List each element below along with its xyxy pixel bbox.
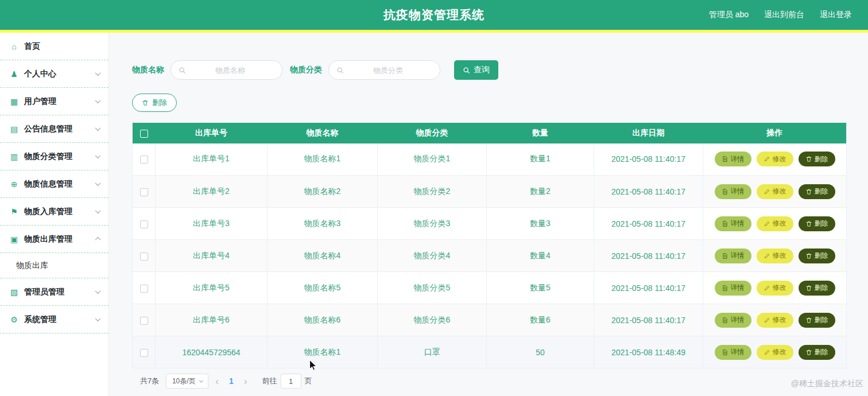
- column-header-code: 出库单号: [156, 123, 268, 143]
- cell-outbound-date: 2021-05-08 11:48:49: [594, 336, 703, 368]
- row-checkbox[interactable]: [140, 156, 148, 164]
- delete-button[interactable]: 删除: [799, 184, 835, 199]
- pencil-icon: [764, 188, 770, 195]
- detail-button[interactable]: 详情: [715, 152, 751, 166]
- table-row: 出库单号4 物质名称4 物质分类4 数量4 2021-05-08 11:40:1…: [133, 240, 847, 272]
- page-number[interactable]: 1: [226, 376, 237, 386]
- row-checkbox[interactable]: [140, 253, 148, 261]
- sidebar-subitem-material-outbound[interactable]: 物质出库: [0, 253, 108, 278]
- trash-icon: [805, 188, 812, 195]
- edit-button-label: 修改: [773, 187, 786, 196]
- edit-button[interactable]: 修改: [757, 313, 793, 328]
- chevron-icon: [95, 208, 101, 213]
- search-button[interactable]: 查询: [454, 60, 498, 80]
- edit-button-label: 修改: [773, 251, 786, 261]
- row-checkbox[interactable]: [140, 317, 148, 325]
- edit-button[interactable]: 修改: [757, 249, 793, 263]
- sidebar-item-material-inbound[interactable]: ⚑ 物质入库管理: [0, 198, 108, 226]
- detail-button[interactable]: 详情: [715, 216, 751, 231]
- sidebar-item-material-categories[interactable]: ▥ 物质分类管理: [0, 143, 108, 170]
- detail-button[interactable]: 详情: [715, 313, 751, 328]
- column-header-actions: 操作: [703, 123, 847, 143]
- delete-button-label: 删除: [815, 187, 828, 196]
- header-user[interactable]: 管理员 abo: [709, 10, 749, 20]
- goto-page-input[interactable]: [281, 374, 301, 389]
- header-actions: 管理员 abo 退出到前台 退出登录: [709, 10, 852, 20]
- material-name-input[interactable]: [186, 65, 274, 75]
- edit-button[interactable]: 修改: [757, 281, 793, 296]
- detail-button[interactable]: 详情: [715, 345, 751, 360]
- edit-button[interactable]: 修改: [757, 184, 793, 199]
- material-name-field[interactable]: [170, 60, 282, 80]
- delete-button[interactable]: 删除: [799, 152, 835, 166]
- sidebar-item-label: 物质分类管理: [24, 152, 96, 162]
- edit-button[interactable]: 修改: [757, 152, 793, 166]
- detail-button[interactable]: 详情: [715, 249, 751, 263]
- delete-button[interactable]: 删除: [799, 249, 835, 263]
- edit-button[interactable]: 修改: [757, 216, 793, 231]
- logout-link[interactable]: 退出登录: [820, 10, 852, 20]
- chevron-icon: [95, 180, 101, 186]
- material-category-input[interactable]: [344, 65, 432, 75]
- cell-material-name: 物质名称1: [268, 336, 378, 368]
- page-size-select[interactable]: 10条/页: [166, 374, 208, 389]
- delete-button[interactable]: 删除: [799, 216, 835, 231]
- sidebar-item-users[interactable]: ▦ 用户管理: [0, 88, 108, 115]
- row-actions: 详情 修改 删除: [703, 249, 846, 263]
- document-icon: [722, 220, 728, 227]
- sidebar-item-admins[interactable]: ▧ 管理员管理: [0, 278, 108, 306]
- detail-button[interactable]: 详情: [715, 184, 751, 199]
- delete-button[interactable]: 删除: [799, 345, 835, 360]
- row-checkbox[interactable]: [140, 188, 148, 196]
- bulk-delete-button[interactable]: 删除: [132, 94, 177, 112]
- delete-button-label: 删除: [815, 347, 828, 357]
- material-category-field[interactable]: [328, 60, 440, 80]
- cell-outbound-code: 出库单号3: [156, 208, 268, 240]
- detail-button[interactable]: 详情: [715, 281, 751, 296]
- users-icon: ▦: [9, 97, 19, 106]
- sidebar-item-material-info[interactable]: ⊕ 物质信息管理: [0, 170, 108, 198]
- row-checkbox[interactable]: [140, 285, 148, 293]
- cell-outbound-code: 出库单号1: [156, 143, 268, 176]
- row-checkbox[interactable]: [140, 220, 148, 228]
- cell-outbound-date: 2021-05-08 11:40:17: [594, 208, 703, 240]
- sidebar-item-profile[interactable]: ♟ 个人中心: [0, 60, 108, 88]
- sidebar-item-label: 公告信息管理: [24, 124, 96, 134]
- trash-icon: [805, 349, 812, 356]
- document-icon: [722, 253, 728, 259]
- document-icon: [722, 156, 728, 162]
- watermark: @稀土掘金技术社区: [791, 379, 863, 389]
- column-header-qty: 数量: [487, 123, 594, 143]
- cell-outbound-code: 出库单号4: [156, 240, 268, 272]
- column-header-date: 出库日期: [594, 123, 703, 143]
- sidebar-item-announcements[interactable]: ▤ 公告信息管理: [0, 115, 108, 143]
- delete-button[interactable]: 删除: [799, 313, 835, 328]
- sidebar-item-home[interactable]: ⌂ 首页: [0, 33, 108, 60]
- page-size-value: 10条/页: [172, 376, 196, 386]
- prev-page-button[interactable]: ‹: [215, 376, 219, 386]
- sidebar-item-system[interactable]: ⚙ 系统管理: [0, 306, 108, 333]
- cell-outbound-code: 出库单号2: [156, 176, 268, 208]
- table-row: 出库单号1 物质名称1 物质分类1 数量1 2021-05-08 11:40:1…: [133, 143, 847, 176]
- logout-to-front-link[interactable]: 退出到前台: [764, 10, 804, 20]
- delete-button-label: 删除: [815, 283, 828, 293]
- delete-button[interactable]: 删除: [799, 281, 835, 296]
- pencil-icon: [764, 253, 770, 259]
- select-all-checkbox[interactable]: [140, 130, 148, 138]
- delete-button-label: 删除: [815, 154, 828, 164]
- pencil-icon: [764, 156, 770, 162]
- chevron-icon: [95, 70, 101, 76]
- sidebar-item-material-outbound[interactable]: ▣ 物质出库管理: [0, 226, 108, 253]
- sidebar-item-label: 系统管理: [24, 315, 96, 325]
- cell-outbound-date: 2021-05-08 11:40:17: [594, 240, 703, 272]
- row-checkbox[interactable]: [140, 349, 148, 357]
- next-page-button[interactable]: ›: [244, 376, 247, 386]
- document-icon: [722, 285, 728, 292]
- cell-material-name: 物质名称2: [268, 176, 378, 208]
- detail-button-label: 详情: [731, 251, 745, 261]
- document-icon: [722, 317, 728, 324]
- table-header-row: 出库单号 物质名称 物质分类 数量 出库日期 操作: [133, 123, 847, 143]
- edit-button[interactable]: 修改: [757, 345, 793, 360]
- column-header-category: 物质分类: [378, 123, 487, 143]
- cell-material-category: 口罩: [378, 336, 487, 368]
